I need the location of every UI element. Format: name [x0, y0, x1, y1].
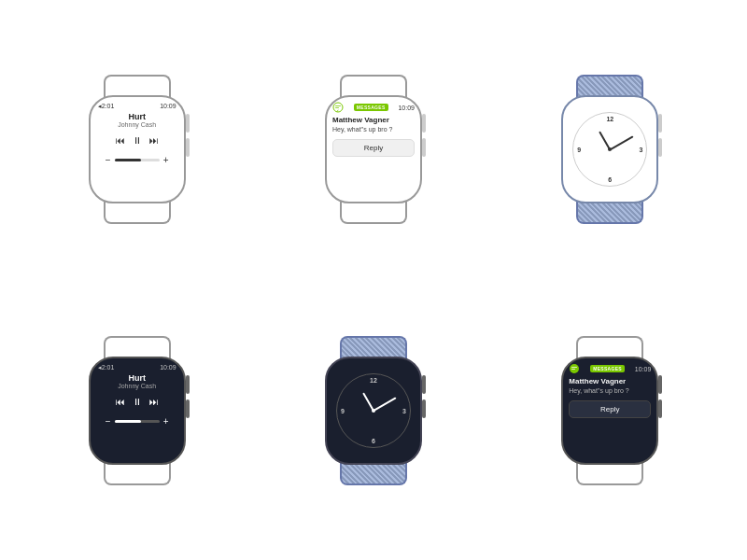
side-btn-top-2[interactable]: [422, 114, 426, 133]
volume-bar-4: [115, 420, 160, 423]
pause-btn-4[interactable]: ⏸: [133, 397, 142, 407]
side-btn-bottom-6[interactable]: [658, 399, 662, 418]
music-screen-4: ◂2:01 10:09 Hurt Johnny Cash ⏮ ⏸ ⏭ −: [91, 358, 184, 463]
msg-label-2: MESSAGES: [354, 104, 388, 111]
msg-label-6: MESSAGES: [590, 365, 625, 372]
watch-2: MESSAGES 10:09 Matthew Vagner Hey, what'…: [317, 75, 430, 224]
volume-row-4: − +: [98, 416, 176, 427]
messages-screen-2: MESSAGES 10:09 Matthew Vagner Hey, what'…: [327, 97, 420, 202]
clock-face-3: 12 3 6 9: [572, 112, 647, 187]
side-btn-top-5[interactable]: [422, 375, 426, 394]
watch-body-4: ◂2:01 10:09 Hurt Johnny Cash ⏮ ⏸ ⏭ −: [89, 357, 186, 465]
msg-time-6: 10:09: [635, 366, 652, 372]
clock-circle-5: 12 3 6 9: [336, 373, 411, 448]
prev-btn-4[interactable]: ⏮: [116, 397, 125, 407]
watch-cell-3: 12 3 6 9: [501, 28, 719, 271]
msg-sender-6: Matthew Vagner: [569, 377, 651, 385]
clock-num-6-5: 6: [372, 438, 375, 444]
volume-plus-1[interactable]: +: [163, 155, 169, 165]
volume-minus-4[interactable]: −: [106, 416, 111, 427]
side-btn-bottom-1[interactable]: [186, 138, 190, 157]
prev-btn-1[interactable]: ⏮: [116, 135, 125, 146]
music-title-4: Hurt: [98, 373, 176, 383]
messages-screen-6: MESSAGES 10:09 Matthew Vagner Hey, what'…: [563, 358, 656, 463]
side-btn-top-3[interactable]: [658, 114, 662, 133]
watch-3: 12 3 6 9: [554, 75, 666, 224]
msg-time-2: 10:09: [398, 105, 415, 111]
pause-btn-1[interactable]: ⏸: [133, 135, 142, 146]
next-btn-4[interactable]: ⏭: [149, 397, 159, 407]
clock-num-6-3: 6: [608, 176, 612, 183]
clock-num-3-5: 3: [402, 408, 406, 414]
volume-minus-1[interactable]: −: [106, 155, 111, 165]
side-btn-bottom-4[interactable]: [186, 399, 190, 418]
clock-dot-5: [372, 409, 375, 413]
reply-btn-2[interactable]: Reply: [332, 139, 415, 157]
watch-body-2: MESSAGES 10:09 Matthew Vagner Hey, what'…: [325, 95, 422, 203]
clock-face-5: 12 3 6 9: [336, 373, 411, 448]
side-btn-bottom-5[interactable]: [422, 399, 426, 418]
msg-sender-2: Matthew Vagner: [332, 116, 415, 124]
watch-cell-2: MESSAGES 10:09 Matthew Vagner Hey, what'…: [264, 28, 482, 271]
volume-bar-1: [115, 159, 160, 161]
watch-grid: ◂2:01 10:09 Hurt Johnny Cash ⏮ ⏸ ⏭ −: [0, 0, 747, 560]
msg-header-2: MESSAGES 10:09: [332, 102, 415, 113]
clock-screen-5: 12 3 6 9: [327, 358, 420, 463]
music-artist-1: Johnny Cash: [98, 121, 176, 128]
watch-cell-4: ◂2:01 10:09 Hurt Johnny Cash ⏮ ⏸ ⏭ −: [28, 289, 246, 532]
music-controls-1: ⏮ ⏸ ⏭: [98, 135, 176, 146]
music-screen-1: ◂2:01 10:09 Hurt Johnny Cash ⏮ ⏸ ⏭ −: [91, 97, 184, 202]
music-time-right-4: 10:09: [160, 364, 176, 371]
volume-plus-4[interactable]: +: [163, 416, 169, 427]
clock-num-3-3: 3: [639, 147, 642, 153]
messages-icon-6: [569, 363, 580, 374]
reply-btn-6[interactable]: Reply: [569, 400, 651, 418]
watch-cell-6: MESSAGES 10:09 Matthew Vagner Hey, what'…: [501, 289, 719, 532]
volume-fill-1: [115, 159, 142, 161]
msg-badge-2: MESSAGES: [354, 104, 388, 111]
side-btn-top-1[interactable]: [186, 114, 190, 133]
minute-hand-3: [610, 135, 633, 149]
music-header-1: ◂2:01 10:09: [98, 103, 176, 110]
watch-6: MESSAGES 10:09 Matthew Vagner Hey, what'…: [554, 336, 666, 485]
side-btn-bottom-3[interactable]: [658, 138, 662, 157]
side-btn-bottom-2[interactable]: [422, 138, 426, 157]
watch-body-3: 12 3 6 9: [561, 95, 658, 203]
msg-badge-6: MESSAGES: [590, 365, 625, 372]
messages-icon-2: [332, 102, 344, 113]
watch-4: ◂2:01 10:09 Hurt Johnny Cash ⏮ ⏸ ⏭ −: [81, 336, 193, 485]
volume-row-1: − +: [98, 155, 176, 165]
clock-circle-3: 12 3 6 9: [572, 112, 647, 187]
music-title-1: Hurt: [98, 112, 176, 121]
msg-text-2: Hey, what''s up bro ?: [332, 125, 415, 133]
next-btn-1[interactable]: ⏭: [149, 135, 159, 146]
watch-body-1: ◂2:01 10:09 Hurt Johnny Cash ⏮ ⏸ ⏭ −: [89, 95, 186, 203]
side-btn-top-6[interactable]: [658, 375, 662, 394]
watch-1: ◂2:01 10:09 Hurt Johnny Cash ⏮ ⏸ ⏭ −: [81, 75, 193, 224]
watch-body-5: 12 3 6 9: [325, 357, 422, 465]
music-time-right-1: 10:09: [160, 103, 176, 110]
clock-dot-3: [608, 147, 612, 151]
msg-text-6: Hey, what''s up bro ?: [569, 386, 651, 395]
clock-num-9-5: 9: [341, 408, 345, 414]
msg-header-6: MESSAGES 10:09: [569, 363, 651, 374]
watch-5: 12 3 6 9: [317, 336, 430, 485]
music-time-left-4: ◂2:01: [98, 364, 115, 371]
minute-hand-5: [374, 397, 397, 411]
watch-cell-1: ◂2:01 10:09 Hurt Johnny Cash ⏮ ⏸ ⏭ −: [28, 28, 246, 271]
music-controls-4: ⏮ ⏸ ⏭: [98, 397, 176, 407]
volume-fill-4: [115, 420, 142, 423]
music-header-4: ◂2:01 10:09: [98, 364, 176, 371]
watch-cell-5: 12 3 6 9: [264, 289, 482, 532]
clock-num-12-5: 12: [370, 377, 377, 384]
clock-screen-3: 12 3 6 9: [563, 97, 656, 202]
clock-num-12-3: 12: [606, 116, 613, 122]
side-btn-top-4[interactable]: [186, 375, 190, 394]
music-time-left-1: ◂2:01: [98, 103, 115, 110]
music-artist-4: Johnny Cash: [98, 383, 176, 389]
watch-body-6: MESSAGES 10:09 Matthew Vagner Hey, what'…: [561, 357, 658, 465]
clock-num-9-3: 9: [577, 147, 581, 153]
